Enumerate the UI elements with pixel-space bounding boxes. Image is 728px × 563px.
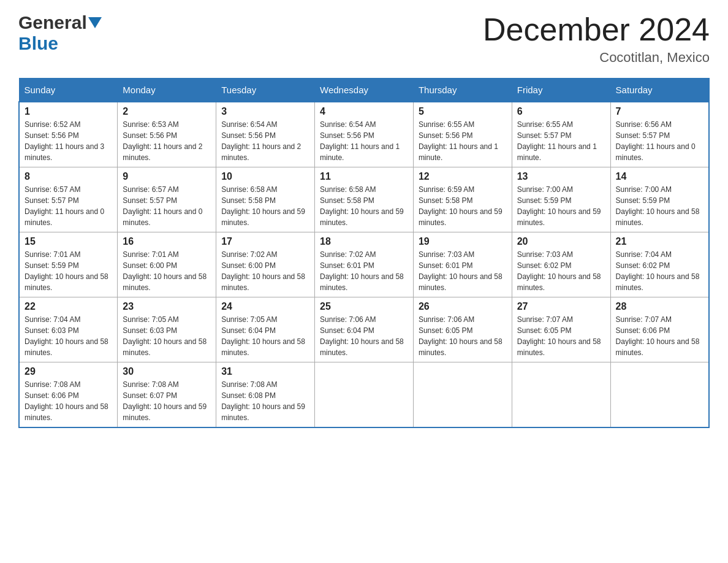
- header-saturday: Saturday: [610, 79, 709, 102]
- calendar-cell: 8 Sunrise: 6:57 AM Sunset: 5:57 PM Dayli…: [19, 167, 118, 232]
- calendar-cell: 16 Sunrise: 7:01 AM Sunset: 6:00 PM Dayl…: [118, 232, 216, 297]
- day-info: Sunrise: 6:58 AM Sunset: 5:58 PM Dayligh…: [320, 184, 408, 228]
- day-info: Sunrise: 7:04 AM Sunset: 6:02 PM Dayligh…: [616, 249, 703, 293]
- calendar-cell: 9 Sunrise: 6:57 AM Sunset: 5:57 PM Dayli…: [118, 167, 216, 232]
- svg-marker-0: [88, 17, 102, 28]
- calendar-header: Sunday Monday Tuesday Wednesday Thursday…: [19, 79, 709, 102]
- day-number: 14: [616, 171, 703, 182]
- calendar-cell: 28 Sunrise: 7:07 AM Sunset: 6:06 PM Dayl…: [610, 297, 709, 362]
- calendar-week-4: 22 Sunrise: 7:04 AM Sunset: 6:03 PM Dayl…: [19, 297, 709, 362]
- day-number: 2: [123, 106, 211, 117]
- calendar-week-5: 29 Sunrise: 7:08 AM Sunset: 6:06 PM Dayl…: [19, 362, 709, 428]
- calendar-cell: 19 Sunrise: 7:03 AM Sunset: 6:01 PM Dayl…: [413, 232, 512, 297]
- day-number: 20: [517, 236, 605, 247]
- calendar-cell: 24 Sunrise: 7:05 AM Sunset: 6:04 PM Dayl…: [216, 297, 315, 362]
- calendar-cell: 22 Sunrise: 7:04 AM Sunset: 6:03 PM Dayl…: [19, 297, 118, 362]
- day-number: 4: [320, 106, 408, 117]
- day-info: Sunrise: 7:08 AM Sunset: 6:06 PM Dayligh…: [25, 379, 112, 423]
- day-info: Sunrise: 7:08 AM Sunset: 6:07 PM Dayligh…: [123, 379, 211, 423]
- logo-blue: Blue: [18, 33, 58, 53]
- day-info: Sunrise: 7:04 AM Sunset: 6:03 PM Dayligh…: [25, 314, 112, 358]
- calendar-cell: 26 Sunrise: 7:06 AM Sunset: 6:05 PM Dayl…: [413, 297, 512, 362]
- calendar-cell: 7 Sunrise: 6:56 AM Sunset: 5:57 PM Dayli…: [610, 102, 709, 167]
- header-thursday: Thursday: [413, 79, 512, 102]
- day-number: 6: [517, 106, 605, 117]
- calendar-cell: 29 Sunrise: 7:08 AM Sunset: 6:06 PM Dayl…: [19, 362, 118, 428]
- calendar-week-1: 1 Sunrise: 6:52 AM Sunset: 5:56 PM Dayli…: [19, 102, 709, 167]
- day-number: 29: [25, 366, 112, 377]
- day-number: 8: [25, 171, 112, 182]
- calendar-cell: 30 Sunrise: 7:08 AM Sunset: 6:07 PM Dayl…: [118, 362, 216, 428]
- day-info: Sunrise: 6:52 AM Sunset: 5:56 PM Dayligh…: [25, 119, 112, 163]
- calendar-cell: [512, 362, 610, 428]
- day-info: Sunrise: 6:57 AM Sunset: 5:57 PM Dayligh…: [25, 184, 112, 228]
- calendar-body: 1 Sunrise: 6:52 AM Sunset: 5:56 PM Dayli…: [19, 102, 709, 427]
- calendar-cell: [315, 362, 414, 428]
- calendar-cell: 31 Sunrise: 7:08 AM Sunset: 6:08 PM Dayl…: [216, 362, 315, 428]
- day-number: 31: [221, 366, 309, 377]
- day-info: Sunrise: 7:08 AM Sunset: 6:08 PM Dayligh…: [221, 379, 309, 423]
- day-number: 27: [517, 301, 605, 312]
- calendar-cell: 25 Sunrise: 7:06 AM Sunset: 6:04 PM Dayl…: [315, 297, 414, 362]
- day-info: Sunrise: 7:00 AM Sunset: 5:59 PM Dayligh…: [616, 184, 703, 228]
- calendar-cell: 18 Sunrise: 7:02 AM Sunset: 6:01 PM Dayl…: [315, 232, 414, 297]
- day-info: Sunrise: 7:07 AM Sunset: 6:05 PM Dayligh…: [517, 314, 605, 358]
- day-info: Sunrise: 7:03 AM Sunset: 6:02 PM Dayligh…: [517, 249, 605, 293]
- day-info: Sunrise: 7:05 AM Sunset: 6:04 PM Dayligh…: [221, 314, 309, 358]
- day-number: 26: [419, 301, 507, 312]
- day-info: Sunrise: 6:54 AM Sunset: 5:56 PM Dayligh…: [221, 119, 309, 163]
- calendar-cell: 11 Sunrise: 6:58 AM Sunset: 5:58 PM Dayl…: [315, 167, 414, 232]
- calendar-cell: 13 Sunrise: 7:00 AM Sunset: 5:59 PM Dayl…: [512, 167, 610, 232]
- day-number: 5: [419, 106, 507, 117]
- day-number: 1: [25, 106, 112, 117]
- day-info: Sunrise: 7:00 AM Sunset: 5:59 PM Dayligh…: [517, 184, 605, 228]
- day-info: Sunrise: 7:01 AM Sunset: 6:00 PM Dayligh…: [123, 249, 211, 293]
- day-number: 3: [221, 106, 309, 117]
- day-number: 19: [419, 236, 507, 247]
- day-number: 16: [123, 236, 211, 247]
- day-info: Sunrise: 6:55 AM Sunset: 5:57 PM Dayligh…: [517, 119, 605, 163]
- day-number: 12: [419, 171, 507, 182]
- calendar-cell: 10 Sunrise: 6:58 AM Sunset: 5:58 PM Dayl…: [216, 167, 315, 232]
- calendar-cell: 1 Sunrise: 6:52 AM Sunset: 5:56 PM Dayli…: [19, 102, 118, 167]
- day-info: Sunrise: 6:54 AM Sunset: 5:56 PM Dayligh…: [320, 119, 408, 163]
- day-number: 25: [320, 301, 408, 312]
- calendar-table: Sunday Monday Tuesday Wednesday Thursday…: [18, 78, 710, 428]
- day-info: Sunrise: 7:06 AM Sunset: 6:04 PM Dayligh…: [320, 314, 408, 358]
- day-info: Sunrise: 7:07 AM Sunset: 6:06 PM Dayligh…: [616, 314, 703, 358]
- calendar-cell: 2 Sunrise: 6:53 AM Sunset: 5:56 PM Dayli…: [118, 102, 216, 167]
- day-number: 9: [123, 171, 211, 182]
- day-number: 28: [616, 301, 703, 312]
- calendar-week-2: 8 Sunrise: 6:57 AM Sunset: 5:57 PM Dayli…: [19, 167, 709, 232]
- day-info: Sunrise: 6:59 AM Sunset: 5:58 PM Dayligh…: [419, 184, 507, 228]
- day-number: 18: [320, 236, 408, 247]
- day-info: Sunrise: 7:01 AM Sunset: 5:59 PM Dayligh…: [25, 249, 112, 293]
- day-info: Sunrise: 7:02 AM Sunset: 6:01 PM Dayligh…: [320, 249, 408, 293]
- day-number: 7: [616, 106, 703, 117]
- day-number: 24: [221, 301, 309, 312]
- header-tuesday: Tuesday: [216, 79, 315, 102]
- day-number: 15: [25, 236, 112, 247]
- calendar-cell: [413, 362, 512, 428]
- day-info: Sunrise: 6:56 AM Sunset: 5:57 PM Dayligh…: [616, 119, 703, 163]
- calendar-cell: 23 Sunrise: 7:05 AM Sunset: 6:03 PM Dayl…: [118, 297, 216, 362]
- location: Cocotitlan, Mexico: [483, 50, 710, 66]
- calendar-cell: 3 Sunrise: 6:54 AM Sunset: 5:56 PM Dayli…: [216, 102, 315, 167]
- day-number: 30: [123, 366, 211, 377]
- calendar-cell: 20 Sunrise: 7:03 AM Sunset: 6:02 PM Dayl…: [512, 232, 610, 297]
- month-title: December 2024: [483, 12, 710, 47]
- header-monday: Monday: [118, 79, 216, 102]
- calendar-cell: 6 Sunrise: 6:55 AM Sunset: 5:57 PM Dayli…: [512, 102, 610, 167]
- day-info: Sunrise: 7:06 AM Sunset: 6:05 PM Dayligh…: [419, 314, 507, 358]
- logo: General Blue: [18, 12, 102, 54]
- day-number: 13: [517, 171, 605, 182]
- calendar-cell: 17 Sunrise: 7:02 AM Sunset: 6:00 PM Dayl…: [216, 232, 315, 297]
- calendar-cell: 5 Sunrise: 6:55 AM Sunset: 5:56 PM Dayli…: [413, 102, 512, 167]
- day-number: 11: [320, 171, 408, 182]
- calendar-cell: 12 Sunrise: 6:59 AM Sunset: 5:58 PM Dayl…: [413, 167, 512, 232]
- day-info: Sunrise: 7:05 AM Sunset: 6:03 PM Dayligh…: [123, 314, 211, 358]
- calendar-cell: 14 Sunrise: 7:00 AM Sunset: 5:59 PM Dayl…: [610, 167, 709, 232]
- calendar-cell: 15 Sunrise: 7:01 AM Sunset: 5:59 PM Dayl…: [19, 232, 118, 297]
- day-info: Sunrise: 6:58 AM Sunset: 5:58 PM Dayligh…: [221, 184, 309, 228]
- day-info: Sunrise: 6:53 AM Sunset: 5:56 PM Dayligh…: [123, 119, 211, 163]
